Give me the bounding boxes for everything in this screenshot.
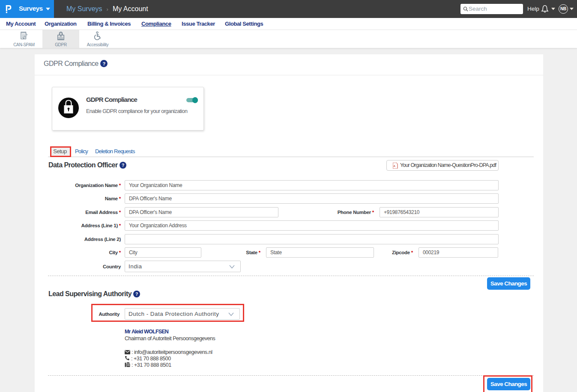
svg-text:?: ? xyxy=(135,292,138,297)
svg-text:A: A xyxy=(394,165,396,167)
svg-text:?: ? xyxy=(102,61,105,66)
svg-text:?: ? xyxy=(122,163,124,168)
